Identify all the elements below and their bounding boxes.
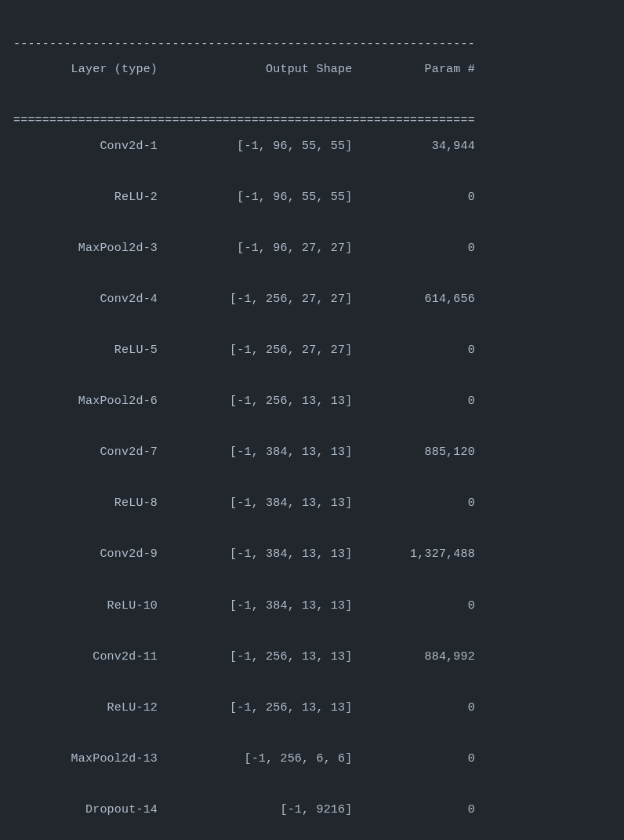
table-row: ReLU-10 [-1, 384, 13, 13] 0: [13, 594, 611, 620]
table-row: Conv2d-11 [-1, 256, 13, 13] 884,992: [13, 645, 611, 671]
table-row: Conv2d-9 [-1, 384, 13, 13] 1,327,488: [13, 542, 611, 568]
table-row: Conv2d-4 [-1, 256, 27, 27] 614,656: [13, 287, 611, 313]
table-row: ReLU-12 [-1, 256, 13, 13] 0: [13, 696, 611, 722]
table-row: MaxPool2d-3 [-1, 96, 27, 27] 0: [13, 236, 611, 262]
table-row: ReLU-8 [-1, 384, 13, 13] 0: [13, 491, 611, 517]
table-body: Conv2d-1 [-1, 96, 55, 55] 34,944 ReLU-2 …: [13, 134, 611, 840]
model-summary-output: ----------------------------------------…: [0, 0, 624, 840]
table-header: Layer (type) Output Shape Param #: [13, 57, 611, 83]
table-row: ReLU-5 [-1, 256, 27, 27] 0: [13, 338, 611, 364]
table-row: Dropout-14 [-1, 9216] 0: [13, 798, 611, 824]
table-row: MaxPool2d-13 [-1, 256, 6, 6] 0: [13, 747, 611, 773]
divider-header: ========================================…: [13, 114, 475, 127]
table-row: Conv2d-1 [-1, 96, 55, 55] 34,944: [13, 134, 611, 160]
table-row: MaxPool2d-6 [-1, 256, 13, 13] 0: [13, 389, 611, 415]
table-row: Conv2d-7 [-1, 384, 13, 13] 885,120: [13, 440, 611, 466]
divider-top: ----------------------------------------…: [13, 38, 475, 51]
table-row: ReLU-2 [-1, 96, 55, 55] 0: [13, 185, 611, 211]
